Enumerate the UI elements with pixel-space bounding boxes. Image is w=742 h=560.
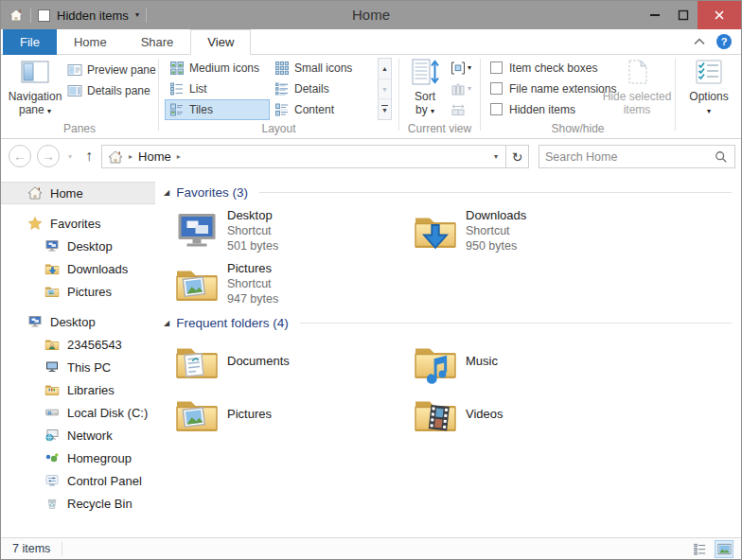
address-dropdown-icon[interactable]: ▾ — [486, 152, 505, 161]
address-bar[interactable]: ▸ Home ▸ ▾ ↻ — [101, 145, 529, 168]
this-pc-icon — [44, 359, 60, 375]
title-bar[interactable]: Home Hidden items ▾ — [1, 1, 741, 29]
item-check-boxes-checkbox[interactable] — [490, 61, 503, 74]
sidebar-item-recycle-bin[interactable]: Recycle Bin — [1, 492, 155, 515]
folder-tile-music[interactable]: Music — [413, 339, 645, 384]
details-view-button[interactable] — [690, 540, 709, 558]
file-tile-desktop[interactable]: Desktop Shortcut 501 bytes — [174, 208, 406, 254]
hidden-items-option[interactable]: Hidden items — [490, 101, 575, 117]
gallery-scroll-down[interactable]: ▼ — [379, 79, 391, 100]
file-tile-downloads[interactable]: Downloads Shortcut 950 bytes — [413, 208, 645, 254]
search-input[interactable] — [539, 150, 715, 164]
options-button[interactable]: Options ▾ — [682, 57, 735, 116]
group-header-rule — [259, 192, 732, 193]
breadcrumb-home[interactable]: Home — [138, 149, 171, 164]
breadcrumb-chevron-icon[interactable]: ▸ — [177, 152, 181, 161]
layout-content[interactable]: Content — [270, 99, 375, 120]
layout-list[interactable]: List — [165, 79, 270, 99]
maximize-button[interactable] — [669, 1, 698, 29]
details-pane-button[interactable]: Details pane — [67, 80, 150, 100]
ribbon-tabs: File Home Share View — [3, 29, 251, 55]
gallery-more-button[interactable]: ▼ — [379, 99, 391, 119]
sidebar-item-network[interactable]: Network — [1, 424, 155, 446]
quick-access-toolbar: Hidden items ▾ — [9, 1, 147, 29]
sidebar-item-downloads[interactable]: Downloads — [1, 257, 155, 280]
sidebar-item-favorites[interactable]: Favorites — [1, 212, 155, 235]
tab-home[interactable]: Home — [57, 29, 124, 55]
minimize-button[interactable] — [641, 1, 669, 29]
back-button[interactable]: ← — [9, 145, 31, 167]
sidebar-item-control-panel[interactable]: Control Panel — [1, 469, 155, 492]
layout-medium-icons[interactable]: Medium icons — [165, 58, 270, 79]
add-columns-button[interactable]: ▾ — [450, 79, 471, 98]
sidebar-item-desktop-root[interactable]: Desktop — [1, 310, 155, 333]
layout-details[interactable]: Details — [270, 79, 375, 99]
qat-hidden-items-checkbox[interactable] — [38, 9, 50, 22]
collapse-group-icon[interactable]: ◢ — [164, 319, 169, 327]
collapse-ribbon-icon[interactable] — [694, 38, 705, 45]
desktop-shortcut-icon — [174, 208, 220, 254]
preview-pane-button[interactable]: Preview pane — [67, 60, 156, 79]
group-header-frequent-folders[interactable]: ◢ Frequent folders (4) — [164, 314, 732, 331]
tab-file[interactable]: File — [3, 29, 57, 55]
group-header-rule — [300, 323, 732, 324]
collapse-group-icon[interactable]: ◢ — [164, 188, 169, 197]
qat-hidden-items-label: Hidden items — [57, 9, 129, 23]
sort-by-icon — [410, 57, 440, 87]
status-bar: 7 items — [1, 537, 741, 559]
file-name-extensions-option[interactable]: File name extensions — [490, 80, 616, 96]
sidebar-item-user-folder[interactable]: 23456543 — [1, 333, 155, 356]
details-pane-icon — [67, 83, 82, 98]
folder-tile-documents[interactable]: Documents — [174, 339, 406, 384]
items-view: ◢ Favorites (3) Desktop Shortcut 501 byt… — [155, 174, 741, 537]
search-icon[interactable] — [715, 150, 728, 164]
sort-by-button[interactable]: Sort by ▾ — [403, 57, 447, 116]
layout-small-icons[interactable]: Small icons — [270, 58, 375, 79]
sidebar-item-this-pc[interactable]: This PC — [1, 356, 155, 378]
navigation-pane-icon — [20, 57, 50, 87]
size-columns-icon — [450, 102, 466, 117]
medium-icons-icon — [169, 61, 185, 76]
sidebar-item-local-disk-c[interactable]: Local Disk (C:) — [1, 401, 155, 424]
help-icon[interactable]: ? — [716, 34, 732, 49]
item-check-boxes-option[interactable]: Item check boxes — [490, 60, 597, 76]
search-box — [539, 145, 735, 168]
group-header-favorites[interactable]: ◢ Favorites (3) — [164, 184, 732, 201]
item-count: 7 items — [12, 542, 50, 555]
sidebar-item-libraries[interactable]: Libraries — [1, 378, 155, 401]
close-button[interactable] — [698, 1, 741, 29]
sidebar-item-home[interactable]: Home — [1, 182, 155, 204]
tab-share[interactable]: Share — [124, 29, 191, 55]
thumbnail-view-button[interactable] — [715, 540, 733, 558]
content-icon — [274, 102, 290, 117]
folder-tile-pictures[interactable]: Pictures — [174, 392, 406, 437]
file-name-extensions-checkbox[interactable] — [490, 82, 503, 95]
maximize-icon — [677, 9, 690, 22]
up-button[interactable]: ↑ — [80, 145, 97, 167]
navigation-pane-button[interactable]: Navigation pane ▾ — [7, 57, 63, 116]
ribbon-group-current-view: Sort by ▾ ▾ ▾ — [399, 55, 480, 138]
thumbnail-view-icon — [717, 542, 732, 556]
group-by-button[interactable]: ▾ — [450, 58, 471, 78]
qat-dropdown-icon[interactable]: ▾ — [135, 11, 139, 19]
forward-button[interactable]: → — [37, 145, 60, 167]
close-icon — [713, 9, 726, 22]
sidebar-item-desktop[interactable]: Desktop — [1, 235, 155, 257]
gallery-scroll-up[interactable]: ▲ — [379, 59, 391, 79]
size-columns-to-fit-button[interactable] — [450, 99, 466, 119]
layout-tiles[interactable]: Tiles — [165, 99, 270, 120]
sidebar-item-pictures[interactable]: Pictures — [1, 280, 155, 303]
hide-selected-items-button[interactable]: Hide selected items — [602, 57, 672, 116]
folder-tile-videos[interactable]: Videos — [413, 392, 645, 437]
hide-selected-items-icon — [622, 57, 652, 87]
more-icon — [381, 105, 388, 106]
breadcrumb-chevron-icon[interactable]: ▸ — [129, 152, 132, 161]
refresh-button[interactable]: ↻ — [505, 145, 528, 168]
recycle-bin-icon — [44, 496, 60, 511]
recent-locations-button[interactable]: ▾ — [63, 145, 77, 167]
hidden-items-checkbox[interactable] — [490, 103, 503, 115]
sidebar-item-homegroup[interactable]: Homegroup — [1, 446, 155, 469]
file-tile-pictures[interactable]: Pictures Shortcut 947 bytes — [174, 261, 406, 306]
ribbon-tab-row: File Home Share View ? — [1, 29, 741, 55]
tab-view[interactable]: View — [190, 29, 251, 55]
